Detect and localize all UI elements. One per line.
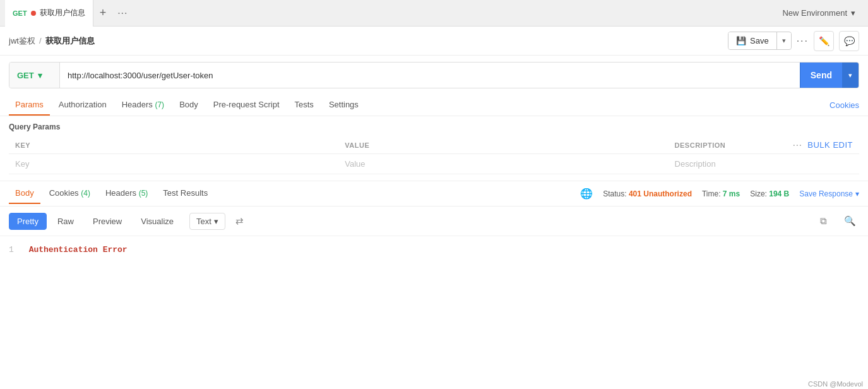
time-label: Time: 7 ms bbox=[702, 189, 740, 198]
text-format-label: Text bbox=[196, 217, 211, 226]
edit-icon-button[interactable]: ✏️ bbox=[814, 31, 834, 51]
url-input[interactable] bbox=[60, 71, 800, 80]
text-format-dropdown[interactable]: Text ▾ bbox=[189, 213, 225, 230]
response-code-block: 1 Authentication Error bbox=[0, 236, 868, 263]
cookies-count-badge: (4) bbox=[81, 189, 90, 198]
copy-icon: ⧉ bbox=[820, 215, 827, 227]
tab-settings[interactable]: Settings bbox=[323, 95, 365, 116]
send-chevron-icon: ▾ bbox=[848, 71, 852, 79]
request-toolbar: jwt鉴权 / 获取用户信息 💾 Save ▾ ··· ✏️ 💬 bbox=[0, 27, 868, 56]
tab-params[interactable]: Params bbox=[9, 95, 50, 116]
send-button[interactable]: Send bbox=[800, 63, 842, 88]
description-cell[interactable]: Description bbox=[669, 154, 859, 174]
size-label: Size: 194 B bbox=[750, 189, 789, 198]
resp-tab-headers[interactable]: Headers (5) bbox=[99, 183, 154, 204]
tab-authorization[interactable]: Authorization bbox=[52, 95, 113, 116]
format-raw[interactable]: Raw bbox=[49, 213, 82, 230]
save-icon: 💾 bbox=[736, 36, 746, 45]
resp-tab-cookies[interactable]: Cookies (4) bbox=[43, 183, 97, 204]
breadcrumb-parent[interactable]: jwt鉴权 bbox=[9, 35, 35, 47]
send-label: Send bbox=[811, 70, 832, 80]
tabs-more-button[interactable]: ··· bbox=[112, 8, 133, 19]
url-bar: GET ▾ Send ▾ bbox=[9, 62, 859, 88]
tab-body[interactable]: Body bbox=[173, 95, 205, 116]
key-cell[interactable]: Key bbox=[9, 154, 338, 174]
description-column-header: DESCRIPTION ··· Bulk Edit bbox=[669, 136, 859, 154]
text-format-chevron-icon: ▾ bbox=[214, 217, 218, 226]
method-badge: GET bbox=[13, 9, 27, 17]
tab-bar: GET 获取用户信息 + ··· New Environment ▾ bbox=[0, 0, 868, 27]
format-pretty[interactable]: Pretty bbox=[9, 213, 47, 230]
search-icon: 🔍 bbox=[844, 215, 856, 227]
method-chevron-icon: ▾ bbox=[38, 71, 42, 80]
response-size: 194 B bbox=[769, 189, 789, 198]
search-response-button[interactable]: 🔍 bbox=[840, 212, 859, 230]
globe-icon[interactable]: 🌐 bbox=[580, 188, 593, 200]
value-cell[interactable]: Value bbox=[338, 154, 668, 174]
headers-count-badge: (5) bbox=[139, 189, 148, 198]
line-number: 1 bbox=[9, 245, 14, 254]
resp-tab-test-results[interactable]: Test Results bbox=[157, 183, 214, 204]
params-section: Query Params KEY VALUE DESCRIPTION ··· B… bbox=[0, 116, 868, 181]
request-tab[interactable]: GET 获取用户信息 bbox=[5, 0, 93, 27]
toolbar-more-button[interactable]: ··· bbox=[797, 35, 809, 47]
save-dropdown-button[interactable]: ▾ bbox=[777, 33, 791, 49]
edit-icon: ✏️ bbox=[819, 36, 829, 46]
response-area: Body Cookies (4) Headers (5) Test Result… bbox=[0, 181, 868, 263]
format-bar: Pretty Raw Preview Visualize Text ▾ ⇄ ⧉ … bbox=[0, 206, 868, 236]
tab-headers[interactable]: Headers (7) bbox=[116, 95, 170, 116]
copy-button[interactable]: ⧉ bbox=[814, 212, 833, 230]
format-right-actions: ⧉ 🔍 bbox=[811, 212, 859, 230]
params-table: KEY VALUE DESCRIPTION ··· Bulk Edit Key … bbox=[9, 136, 859, 174]
status-label: Status: 401 Unauthorized bbox=[603, 189, 692, 198]
save-response-chevron-icon: ▾ bbox=[855, 189, 859, 198]
unsaved-dot bbox=[31, 11, 36, 16]
resp-tab-body[interactable]: Body bbox=[9, 183, 40, 204]
headers-badge: (7) bbox=[155, 100, 164, 109]
query-params-label: Query Params bbox=[9, 123, 859, 131]
send-dropdown-button[interactable]: ▾ bbox=[842, 63, 859, 88]
key-column-header: KEY bbox=[9, 136, 338, 154]
format-preview[interactable]: Preview bbox=[85, 213, 130, 230]
breadcrumb-current: 获取用户信息 bbox=[45, 35, 95, 47]
method-label: GET bbox=[17, 71, 34, 80]
comment-icon: 💬 bbox=[844, 36, 855, 46]
value-column-header: VALUE bbox=[338, 136, 668, 154]
save-button[interactable]: 💾 Save bbox=[728, 32, 777, 49]
wrap-lines-button[interactable]: ⇄ bbox=[230, 212, 249, 230]
tab-pre-request-script[interactable]: Pre-request Script bbox=[207, 95, 286, 116]
request-tabs: Params Authorization Headers (7) Body Pr… bbox=[0, 95, 868, 116]
column-more-button[interactable]: ··· bbox=[793, 141, 802, 149]
toolbar-actions: 💾 Save ▾ ··· ✏️ 💬 bbox=[728, 31, 859, 51]
breadcrumb-separator: / bbox=[39, 36, 42, 45]
response-time: 7 ms bbox=[723, 189, 740, 198]
add-tab-button[interactable]: + bbox=[93, 6, 113, 20]
bulk-edit-button[interactable]: Bulk Edit bbox=[807, 140, 853, 150]
format-visualize[interactable]: Visualize bbox=[133, 213, 182, 230]
code-content: Authentication Error bbox=[29, 245, 128, 254]
comment-icon-button[interactable]: 💬 bbox=[839, 31, 859, 51]
save-response-button[interactable]: Save Response ▾ bbox=[799, 189, 859, 198]
cookies-link[interactable]: Cookies bbox=[829, 100, 859, 110]
breadcrumb: jwt鉴权 / 获取用户信息 bbox=[9, 35, 95, 47]
response-status-row: 🌐 Status: 401 Unauthorized Time: 7 ms Si… bbox=[580, 188, 859, 200]
environment-label: New Environment bbox=[782, 8, 847, 18]
table-row: Key Value Description bbox=[9, 154, 859, 174]
chevron-down-icon: ▾ bbox=[851, 8, 855, 18]
save-label: Save bbox=[750, 36, 769, 45]
method-selector[interactable]: GET ▾ bbox=[9, 63, 60, 88]
environment-selector[interactable]: New Environment ▾ bbox=[775, 0, 863, 27]
status-code: 401 bbox=[629, 189, 641, 198]
response-tabs-row: Body Cookies (4) Headers (5) Test Result… bbox=[0, 181, 868, 206]
tab-tests[interactable]: Tests bbox=[288, 95, 320, 116]
status-text: Unauthorized bbox=[643, 189, 692, 198]
tab-title: 获取用户信息 bbox=[40, 8, 85, 18]
save-button-group: 💾 Save ▾ bbox=[728, 32, 792, 50]
wrap-icon: ⇄ bbox=[235, 215, 244, 227]
